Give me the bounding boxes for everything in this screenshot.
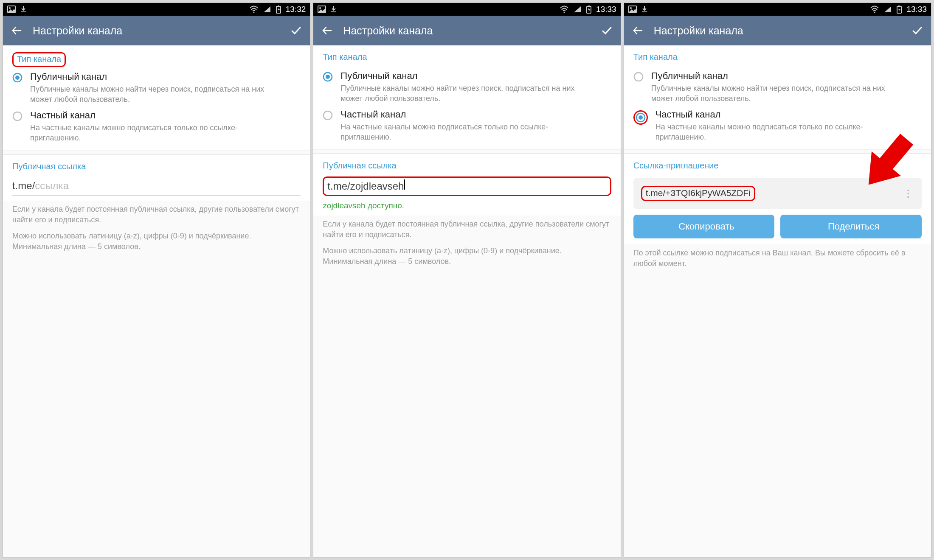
svg-point-6	[15, 76, 20, 80]
radio-public-desc: Публичные каналы можно найти через поиск…	[651, 83, 908, 104]
picture-icon	[318, 6, 326, 13]
radio-unselected-icon	[323, 110, 333, 120]
back-icon[interactable]	[321, 24, 334, 37]
copy-label: Скопировать	[678, 221, 734, 232]
svg-point-10	[564, 12, 565, 13]
svg-point-14	[326, 75, 330, 79]
radio-private[interactable]: Частный канал На частные каналы можно по…	[323, 105, 611, 143]
wifi-icon	[249, 6, 259, 13]
app-bar: Настройки канала	[624, 16, 931, 45]
status-bar: 13:33	[313, 3, 620, 16]
section-divider	[624, 149, 931, 154]
page-title: Настройки канала	[654, 25, 901, 37]
footnote-2: Можно использовать латиницу (a-z), цифры…	[313, 245, 620, 271]
radio-public-label: Публичный канал	[340, 70, 611, 81]
confirm-icon[interactable]	[290, 24, 302, 37]
invite-actions: Скопировать Поделиться	[633, 215, 922, 238]
svg-point-2	[253, 12, 254, 13]
battery-icon	[896, 5, 902, 14]
signal-icon	[883, 6, 892, 13]
section-header-link: Публичная ссылка	[323, 161, 611, 175]
invite-link-text: t.me/+3TQI6kjPyWA5ZDFi	[641, 186, 755, 201]
radio-private[interactable]: Частный канал На частные каналы можно по…	[12, 106, 301, 144]
footnote-1: Если у канала будет постоянная публичная…	[313, 216, 620, 244]
radio-selected-icon	[633, 110, 648, 125]
download-icon	[330, 6, 337, 13]
battery-icon	[586, 5, 592, 14]
channel-type-section: Тип канала Публичный канал Публичные кан…	[313, 45, 620, 149]
radio-public-label: Публичный канал	[30, 71, 301, 82]
svg-point-1	[9, 7, 11, 9]
public-link-section: Публичная ссылка t.me/zojdleavseh zojdle…	[313, 154, 620, 216]
section-divider	[3, 150, 310, 155]
radio-unselected-icon	[12, 111, 23, 121]
wifi-icon	[560, 6, 569, 13]
svg-point-21	[634, 73, 643, 81]
screen-3: 13:33 Настройки канала Тип канала Публич…	[624, 3, 931, 557]
invite-link-section: Ссылка-приглашение t.me/+3TQI6kjPyWA5ZDF…	[624, 154, 931, 244]
page-title: Настройки канала	[343, 25, 591, 37]
link-prefix: t.me/	[12, 180, 35, 192]
svg-point-15	[324, 111, 332, 120]
invite-link-box[interactable]: t.me/+3TQI6kjPyWA5ZDFi ⋮	[633, 178, 922, 209]
radio-unselected-icon	[633, 72, 644, 82]
radio-private-label: Частный канал	[340, 109, 611, 120]
invite-footnote: По этой ссылке можно подписаться на Ваш …	[624, 244, 931, 273]
link-prefix: t.me/	[327, 180, 350, 192]
footnote-2: Можно использовать латиницу (a-z), цифры…	[3, 230, 310, 256]
radio-private-label: Частный канал	[30, 110, 301, 121]
signal-icon	[263, 6, 271, 13]
section-header-type: Тип канала	[633, 52, 922, 66]
section-header-invite: Ссылка-приглашение	[633, 161, 922, 175]
radio-public-desc: Публичные каналы можно найти через поиск…	[340, 83, 597, 104]
confirm-icon[interactable]	[600, 24, 613, 37]
svg-point-7	[13, 112, 22, 120]
clock: 13:33	[906, 5, 927, 14]
public-link-input[interactable]: t.me/zojdleavseh	[323, 176, 611, 196]
radio-private-desc: На частные каналы можно подписаться толь…	[30, 123, 287, 143]
confirm-icon[interactable]	[911, 24, 923, 37]
radio-public[interactable]: Публичный канал Публичные каналы можно н…	[323, 66, 611, 105]
share-label: Поделиться	[828, 221, 879, 232]
radio-public[interactable]: Публичный канал Публичные каналы можно н…	[633, 66, 922, 105]
battery-icon	[276, 5, 281, 14]
svg-rect-20	[898, 6, 900, 6]
svg-rect-12	[588, 6, 590, 6]
status-bar: 13:32	[3, 3, 310, 16]
app-bar: Настройки канала	[3, 16, 310, 45]
back-icon[interactable]	[11, 24, 23, 37]
clock: 13:32	[286, 5, 306, 14]
section-header-type: Тип канала	[323, 52, 611, 66]
radio-public[interactable]: Публичный канал Публичные каналы можно н…	[12, 67, 301, 106]
signal-icon	[573, 6, 582, 13]
download-icon	[641, 6, 648, 13]
page-title: Настройки канала	[33, 25, 280, 37]
svg-point-18	[874, 12, 875, 13]
text-cursor	[404, 179, 405, 190]
svg-point-23	[639, 115, 643, 120]
radio-public-desc: Публичные каналы можно найти через поиск…	[30, 84, 287, 105]
back-icon[interactable]	[632, 24, 644, 37]
radio-selected-icon	[12, 73, 23, 83]
more-icon[interactable]: ⋮	[900, 188, 916, 199]
radio-private[interactable]: Частный канал На частные каналы можно по…	[633, 105, 922, 143]
screen-1: 13:32 Настройки канала Тип канала Публич…	[3, 3, 310, 557]
share-button[interactable]: Поделиться	[780, 215, 922, 238]
app-bar: Настройки канала	[313, 16, 620, 45]
section-divider	[313, 149, 620, 154]
svg-point-17	[630, 7, 632, 9]
status-bar: 13:33	[624, 3, 931, 16]
link-value: zojdleavseh	[350, 180, 404, 192]
radio-private-label: Частный канал	[655, 109, 922, 120]
picture-icon	[7, 6, 16, 13]
public-link-input[interactable]: t.me/ссылка	[12, 177, 301, 196]
radio-private-desc: На частные каналы можно подписаться толь…	[340, 122, 597, 143]
channel-type-section: Тип канала Публичный канал Публичные кан…	[624, 45, 931, 149]
copy-button[interactable]: Скопировать	[633, 215, 775, 238]
link-placeholder: ссылка	[35, 180, 69, 192]
radio-private-desc: На частные каналы можно подписаться толь…	[655, 122, 909, 143]
section-header-label: Тип канала	[12, 52, 66, 67]
radio-public-label: Публичный канал	[651, 70, 922, 81]
download-icon	[20, 6, 27, 13]
link-availability: zojdleavseh доступно.	[323, 199, 611, 214]
